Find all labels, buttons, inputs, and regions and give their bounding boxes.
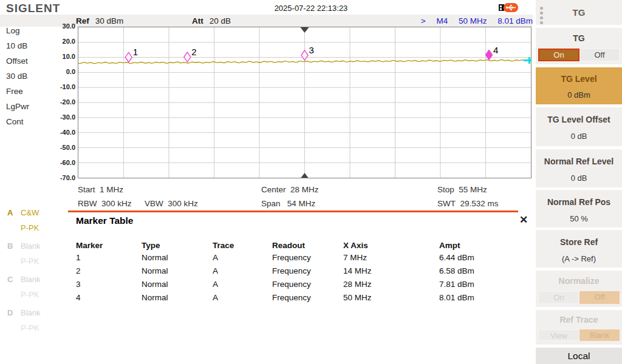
marker-table-cell: Normal: [142, 253, 213, 266]
marker-table-cell: 7.81 dBm: [439, 280, 518, 293]
tg-label: TG: [536, 28, 622, 49]
store-ref-button[interactable]: Store Ref (A -> Ref): [536, 230, 622, 268]
tg-level-button[interactable]: TG Level 0 dBm: [536, 67, 622, 104]
stop-value: 55 MHz: [459, 185, 487, 194]
trace-id: B: [7, 238, 21, 254]
marker-name: M4: [436, 16, 448, 25]
left-menu-label: LgPwr: [6, 99, 29, 114]
trace-id: D: [7, 305, 21, 320]
marker-table-cell: 8.01 dBm: [439, 293, 518, 306]
sweep-time-setting: SWT 29.532 ms: [437, 199, 499, 208]
marker-table-title: Marker Table: [76, 215, 133, 226]
att-label: Att: [192, 16, 203, 25]
tg-level-offset-button[interactable]: TG Level Offset 0 dB: [536, 107, 622, 146]
local-button[interactable]: Local: [536, 348, 622, 364]
marker-table-cell: Normal: [142, 266, 213, 280]
tg-off-option[interactable]: Off: [579, 49, 620, 61]
y-axis-tick-label: 30.0: [51, 22, 75, 30]
left-menu-label: Offset: [6, 53, 29, 69]
marker-table-cell: 28 MHz: [343, 280, 439, 293]
normal-ref-pos-label: Normal Ref Pos: [536, 190, 622, 214]
ref-trace-button[interactable]: Ref Trace View Blank: [536, 310, 622, 345]
y-axis-tick-label: -60.0: [51, 159, 75, 166]
ref-trace-view-option[interactable]: View: [538, 329, 579, 341]
att-value: 20 dB: [210, 16, 231, 25]
system-timestamp: 2025-07-22 22:13:23: [0, 4, 622, 13]
marker-table-cell: A: [213, 266, 272, 280]
marker-frequency: 50 MHz: [459, 16, 487, 25]
marker-table: MarkerTypeTraceReadoutX AxisAmpt1NormalA…: [76, 240, 518, 306]
y-axis-tick-label: -40.0: [51, 129, 75, 136]
marker-table-cell: Frequency: [272, 253, 343, 266]
spectrum-display: 1234: [78, 27, 531, 178]
y-axis-tick-label: -30.0: [51, 113, 75, 121]
swt-label: SWT: [437, 199, 456, 208]
rbw-setting: RBW 300 kHz: [78, 199, 132, 208]
y-axis-tick-label: 10.0: [51, 53, 75, 60]
ref-label: Ref: [76, 16, 89, 25]
local-label: Local: [536, 348, 622, 364]
trace-detector: P-PK: [21, 257, 39, 266]
ref-trace-blank-option[interactable]: Blank: [579, 329, 620, 341]
marker-amplitude: 8.01 dBm: [497, 16, 533, 25]
tg-level-offset-label: TG Level Offset: [536, 107, 622, 132]
marker-number-label: 4: [493, 45, 498, 55]
normal-ref-pos-button[interactable]: Normal Ref Pos 50 %: [536, 190, 622, 228]
left-menu-label: 10 dB: [6, 38, 29, 53]
tg-toggle-button[interactable]: TG On Off: [536, 28, 622, 64]
tg-level-offset-value: 0 dB: [536, 132, 622, 141]
marker-table-cell: 3: [76, 280, 142, 293]
center-frequency: Center 28 MHz: [261, 185, 319, 194]
marker-table-cell: A: [213, 293, 272, 306]
trace-detector: P-PK: [21, 290, 39, 299]
y-axis-tick-label: -70.0: [51, 174, 75, 181]
trace-id: A: [7, 205, 21, 220]
normalize-on-option[interactable]: On: [538, 291, 579, 304]
store-ref-value: (A -> Ref): [536, 254, 622, 263]
usb-drive-icon: [498, 2, 519, 13]
swt-value: 29.532 ms: [460, 199, 499, 208]
marker-table-cell: 1: [76, 253, 142, 266]
marker-table-cell: 6.58 dBm: [439, 266, 518, 280]
trace-mode: C&W: [21, 208, 39, 217]
trace-legend-entry: AC&WP-PK: [7, 205, 62, 235]
normalize-button[interactable]: Normalize On Off: [536, 271, 622, 307]
ref-value: 30 dBm: [95, 16, 124, 25]
trace-legend-entry: DBlankP-PK: [7, 305, 62, 335]
left-menu-label: 30 dB: [6, 69, 29, 84]
marker-diamond: [125, 52, 132, 62]
marker-table-cell: 2: [76, 266, 142, 280]
center-label: Center: [261, 185, 286, 194]
attenuation-readout: Att20 dB: [192, 16, 231, 25]
tg-level-value: 0 dBm: [536, 90, 622, 99]
orange-divider: [68, 211, 518, 212]
normal-ref-level-button[interactable]: Normal Ref Level 0 dB: [536, 149, 622, 187]
span-setting: Span 54 MHz: [261, 199, 315, 208]
marker-table-cell: 6.44 dBm: [439, 253, 518, 266]
marker-table-cell: Frequency: [272, 280, 343, 293]
left-menu-label: Free: [6, 84, 29, 99]
marker-prefix: >: [421, 16, 426, 25]
close-icon[interactable]: ✕: [517, 214, 530, 227]
marker-table-cell: Frequency: [272, 266, 343, 280]
marker-table-cell: Normal: [142, 280, 213, 293]
vbw-setting: VBW 300 kHz: [145, 199, 198, 208]
trace-mode: Blank: [21, 308, 41, 317]
rbw-value: 300 kHz: [101, 199, 132, 208]
ref-level-readout: Ref30 dBm: [76, 16, 123, 25]
active-marker-readout: > M4 50 MHz 8.01 dBm: [304, 16, 533, 25]
marker-table-cell: 7 MHz: [343, 253, 439, 266]
marker-number-label: 2: [191, 47, 196, 57]
marker-number-label: 3: [309, 45, 314, 55]
ref-trace-label: Ref Trace: [536, 310, 622, 329]
menu-header: TG: [536, 0, 622, 25]
stop-label: Stop: [437, 185, 454, 194]
normalize-off-option[interactable]: Off: [579, 291, 620, 304]
y-axis-tick-label: 20.0: [51, 38, 75, 45]
marker-diamond: [301, 50, 308, 60]
span-value: 54 MHz: [287, 199, 316, 208]
marker-table-cell: A: [213, 280, 272, 293]
trace-detector: P-PK: [21, 323, 39, 332]
tg-on-option[interactable]: On: [538, 49, 579, 61]
left-menu-label: Cont: [6, 114, 29, 129]
